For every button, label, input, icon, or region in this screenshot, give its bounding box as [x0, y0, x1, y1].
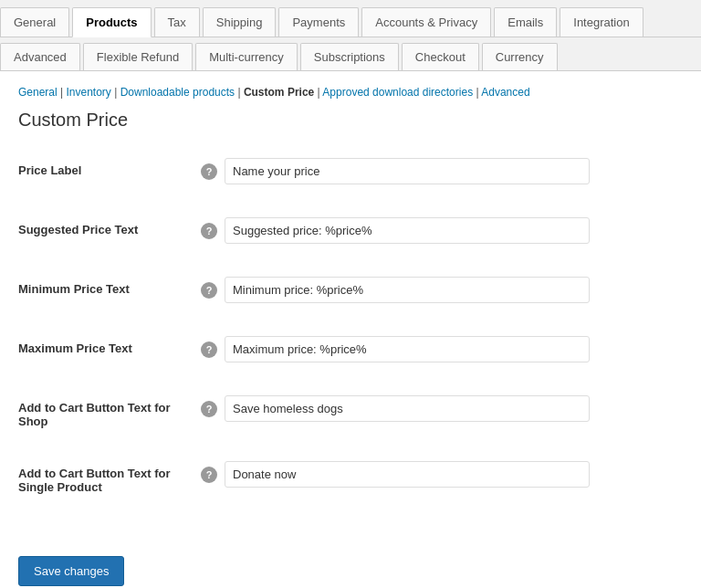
field-label: Maximum Price Text	[18, 336, 201, 355]
text-input-5[interactable]	[225, 461, 590, 488]
page-title: Custom Price	[18, 110, 683, 131]
second-tab-multi-currency[interactable]: Multi-currency	[195, 43, 298, 70]
field-label: Suggested Price Text	[18, 217, 201, 236]
field-label: Minimum Price Text	[18, 277, 201, 296]
field-control: ?	[201, 158, 683, 184]
top-tab-general[interactable]: General	[0, 7, 69, 37]
second-tab-subscriptions[interactable]: Subscriptions	[300, 43, 399, 70]
field-row: Add to Cart Button Text for Single Produ…	[18, 452, 683, 503]
second-tab-flexible-refund[interactable]: Flexible Refund	[83, 43, 193, 70]
field-control: ?	[201, 461, 683, 488]
breadcrumb-separator: |	[314, 86, 322, 99]
second-tab-advanced[interactable]: Advanced	[0, 43, 80, 70]
breadcrumb-current: Custom Price	[244, 86, 314, 99]
field-control: ?	[201, 277, 683, 303]
breadcrumb-link-approved-download-directories[interactable]: Approved download directories	[322, 86, 473, 99]
second-tab-checkout[interactable]: Checkout	[402, 43, 479, 70]
field-control: ?	[201, 395, 683, 422]
field-control: ?	[201, 336, 683, 362]
top-tab-shipping[interactable]: Shipping	[203, 7, 277, 37]
breadcrumb-link-general[interactable]: General	[18, 86, 58, 99]
breadcrumb-link-advanced[interactable]: Advanced	[481, 86, 529, 99]
text-input-4[interactable]	[225, 395, 590, 422]
field-row: Maximum Price Text?	[18, 327, 683, 372]
breadcrumb-separator: |	[111, 86, 120, 99]
help-icon[interactable]: ?	[201, 223, 217, 239]
top-tab-products[interactable]: Products	[72, 7, 151, 37]
top-navigation: GeneralProductsTaxShippingPaymentsAccoun…	[0, 0, 701, 37]
breadcrumb-separator: |	[58, 86, 67, 99]
top-tab-emails[interactable]: Emails	[494, 7, 557, 37]
field-row: Suggested Price Text?	[18, 208, 683, 253]
help-icon[interactable]: ?	[201, 341, 217, 358]
help-icon[interactable]: ?	[201, 163, 217, 180]
breadcrumb-link-downloadable-products[interactable]: Downloadable products	[120, 86, 235, 99]
top-tab-tax[interactable]: Tax	[154, 7, 200, 37]
help-icon[interactable]: ?	[201, 282, 217, 299]
second-navigation: AdvancedFlexible RefundMulti-currencySub…	[0, 37, 701, 71]
footer-area: Save changes	[0, 532, 701, 588]
breadcrumb: General | Inventory | Downloadable produ…	[18, 86, 683, 99]
breadcrumb-link-inventory[interactable]: Inventory	[67, 86, 111, 99]
field-row: Add to Cart Button Text for Shop?	[18, 386, 683, 437]
text-input-3[interactable]	[225, 336, 590, 362]
text-input-2[interactable]	[225, 277, 590, 303]
field-control: ?	[201, 217, 683, 244]
top-tab-accounts---privacy[interactable]: Accounts & Privacy	[361, 7, 491, 37]
text-input-0[interactable]	[225, 158, 590, 184]
field-row: Minimum Price Text?	[18, 268, 683, 312]
field-label: Add to Cart Button Text for Shop	[18, 395, 201, 428]
breadcrumb-separator: |	[235, 86, 244, 99]
field-row: Price Label?	[18, 149, 683, 194]
breadcrumb-separator: |	[473, 86, 481, 99]
help-icon[interactable]: ?	[201, 467, 217, 483]
fields-container: Price Label?Suggested Price Text?Minimum…	[18, 149, 683, 503]
top-tab-integration[interactable]: Integration	[560, 7, 643, 37]
content-area: General | Inventory | Downloadable produ…	[0, 71, 701, 532]
save-changes-button[interactable]: Save changes	[18, 556, 124, 586]
field-label: Add to Cart Button Text for Single Produ…	[18, 461, 201, 494]
text-input-1[interactable]	[225, 217, 590, 244]
top-tab-payments[interactable]: Payments	[278, 7, 359, 37]
field-label: Price Label	[18, 158, 201, 177]
help-icon[interactable]: ?	[201, 401, 217, 417]
second-tab-currency[interactable]: Currency	[482, 43, 558, 70]
